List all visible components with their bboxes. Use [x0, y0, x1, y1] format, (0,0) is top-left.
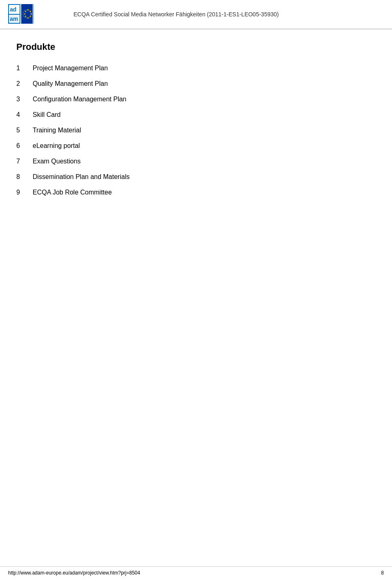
list-item: 1Project Management Plan — [16, 65, 376, 72]
product-name: Training Material — [33, 127, 81, 134]
svg-text:★: ★ — [24, 13, 26, 15]
product-number: 6 — [16, 142, 33, 150]
list-item: 7Exam Questions — [16, 158, 376, 165]
logo-svg: ad am ★ ★ ★ ★ ★ ★ ★ ★ — [8, 4, 57, 25]
list-item: 6eLearning portal — [16, 142, 376, 150]
page-heading: Produkte — [16, 42, 376, 52]
product-number: 7 — [16, 158, 33, 165]
list-item: 5Training Material — [16, 127, 376, 134]
product-number: 5 — [16, 127, 33, 134]
logo: ad am ★ ★ ★ ★ ★ ★ ★ ★ — [8, 4, 57, 25]
product-name: eLearning portal — [33, 142, 80, 150]
product-name: Skill Card — [33, 111, 60, 118]
header-title: ECQA Certified Social Media Networker Fä… — [65, 11, 384, 18]
svg-text:ad: ad — [10, 6, 16, 13]
product-name: Dissemination Plan and Materials — [33, 173, 129, 181]
product-number: 2 — [16, 80, 33, 87]
svg-text:am: am — [10, 16, 18, 22]
product-name: Quality Management Plan — [33, 80, 108, 87]
svg-text:★: ★ — [27, 17, 29, 19]
svg-text:★: ★ — [27, 9, 29, 11]
product-number: 9 — [16, 189, 33, 196]
product-number: 4 — [16, 111, 33, 118]
footer-url: http://www.adam-europe.eu/adam/project/v… — [8, 570, 140, 576]
product-name: Configuration Management Plan — [33, 96, 126, 103]
product-name: ECQA Job Role Committee — [33, 189, 112, 196]
footer-page: 8 — [381, 570, 384, 576]
header: ad am ★ ★ ★ ★ ★ ★ ★ ★ ECQA Certified Soc… — [0, 0, 392, 29]
svg-text:★: ★ — [24, 15, 27, 18]
product-number: 1 — [16, 65, 33, 72]
list-item: 9ECQA Job Role Committee — [16, 189, 376, 196]
list-item: 4Skill Card — [16, 111, 376, 118]
list-item: 8Dissemination Plan and Materials — [16, 173, 376, 181]
svg-text:★: ★ — [29, 15, 31, 18]
product-number: 8 — [16, 173, 33, 181]
footer: http://www.adam-europe.eu/adam/project/v… — [0, 566, 392, 579]
product-name: Exam Questions — [33, 158, 80, 165]
list-item: 3Configuration Management Plan — [16, 96, 376, 103]
main-content: Produkte 1Project Management Plan2Qualit… — [0, 29, 392, 566]
list-item: 2Quality Management Plan — [16, 80, 376, 87]
product-number: 3 — [16, 96, 33, 103]
product-list: 1Project Management Plan2Quality Managem… — [16, 65, 376, 196]
product-name: Project Management Plan — [33, 65, 108, 72]
